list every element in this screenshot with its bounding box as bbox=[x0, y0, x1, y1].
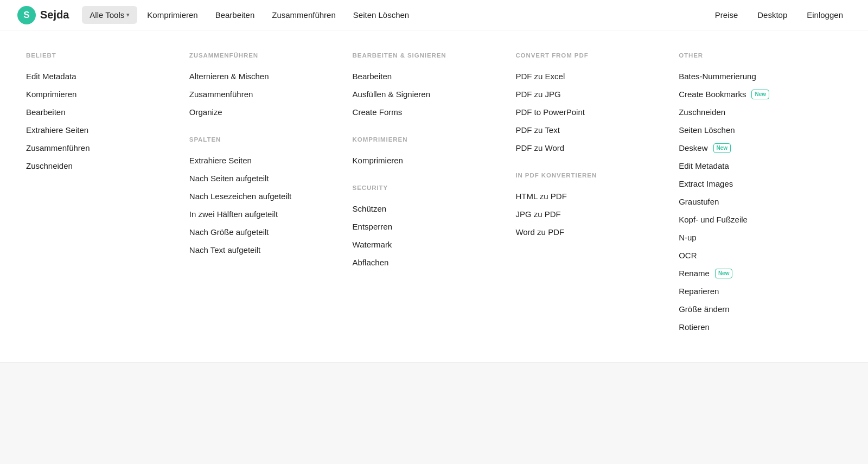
col-bearbeiten-komprimieren-security: BEARBEITEN & SIGNIEREN Bearbeiten Ausfül… bbox=[353, 52, 516, 336]
col-komprimieren-header: KOMPRIMIEREN bbox=[353, 136, 505, 143]
link-pdf-jpg[interactable]: PDF zu JPG bbox=[515, 85, 668, 103]
logo[interactable]: S Sejda bbox=[17, 6, 69, 24]
link-html-pdf[interactable]: HTML zu PDF bbox=[515, 187, 668, 205]
nav-bearbeiten[interactable]: Bearbeiten bbox=[208, 6, 263, 24]
link-zwei-haelften[interactable]: In zwei Hälften aufgeteilt bbox=[189, 205, 342, 223]
chevron-down-icon: ▾ bbox=[126, 11, 130, 18]
link-bearbeiten[interactable]: Bearbeiten bbox=[26, 103, 178, 121]
link-seiten-loeschen[interactable]: Seiten Löschen bbox=[679, 121, 831, 139]
col-in-pdf-items: HTML zu PDF JPG zu PDF Word zu PDF bbox=[515, 187, 668, 241]
col-convert-from-items: PDF zu Excel PDF zu JPG PDF to PowerPoin… bbox=[515, 67, 668, 157]
link-pdf-excel[interactable]: PDF zu Excel bbox=[515, 67, 668, 85]
dropdown-panel: BELIEBT Edit Metadata Komprimieren Bearb… bbox=[0, 30, 868, 363]
col-convert: CONVERT FROM PDF PDF zu Excel PDF zu JPG… bbox=[515, 52, 679, 336]
col-in-pdf-header: IN PDF KONVERTIEREN bbox=[515, 172, 668, 179]
nav-desktop[interactable]: Desktop bbox=[750, 6, 795, 24]
link-entsperren[interactable]: Entsperren bbox=[353, 218, 505, 236]
col-zusammenfuehren-header: ZUSAMMENFÜHREN bbox=[189, 52, 342, 59]
link-extrahiere-seiten[interactable]: Extrahiere Seiten bbox=[26, 121, 178, 139]
link-zusammenfuehren[interactable]: Zusammenführen bbox=[26, 139, 178, 157]
nav-zusammenfuehren[interactable]: Zusammenführen bbox=[264, 6, 343, 24]
link-word-pdf[interactable]: Word zu PDF bbox=[515, 223, 668, 241]
link-create-forms[interactable]: Create Forms bbox=[353, 103, 505, 121]
link-bates[interactable]: Bates-Nummerierung bbox=[679, 67, 831, 85]
link-rename[interactable]: Rename New bbox=[679, 264, 831, 282]
section-convert-from-pdf: CONVERT FROM PDF PDF zu Excel PDF zu JPG… bbox=[515, 52, 668, 157]
badge-new-rename: New bbox=[715, 269, 733, 278]
link-pdf-text[interactable]: PDF zu Text bbox=[515, 121, 668, 139]
link-nup[interactable]: N-up bbox=[679, 228, 831, 246]
link-ausfuellen[interactable]: Ausfüllen & Signieren bbox=[353, 85, 505, 103]
link-komprimieren2[interactable]: Komprimieren bbox=[353, 151, 505, 169]
link-extrahiere-seiten2[interactable]: Extrahiere Seiten bbox=[189, 151, 342, 169]
badge-new-deskew: New bbox=[713, 143, 731, 153]
link-nach-lesezeichen[interactable]: Nach Lesezeichen aufgeteilt bbox=[189, 187, 342, 205]
link-extract-images[interactable]: Extract Images bbox=[679, 175, 831, 193]
col-beliebt-items: Edit Metadata Komprimieren Bearbeiten Ex… bbox=[26, 67, 178, 175]
link-schuetzen[interactable]: Schützen bbox=[353, 200, 505, 218]
col-other-items: Bates-Nummerierung Create Bookmarks New … bbox=[679, 67, 831, 336]
logo-icon: S bbox=[17, 6, 36, 24]
link-rotieren[interactable]: Rotieren bbox=[679, 318, 831, 336]
link-alternieren[interactable]: Alternieren & Mischen bbox=[189, 67, 342, 85]
link-pdf-powerpoint[interactable]: PDF to PowerPoint bbox=[515, 103, 668, 121]
link-zuschneiden2[interactable]: Zuschneiden bbox=[679, 103, 831, 121]
col-beliebt: BELIEBT Edit Metadata Komprimieren Bearb… bbox=[26, 52, 189, 336]
link-nach-groesse[interactable]: Nach Größe aufgeteilt bbox=[189, 223, 342, 241]
link-watermark[interactable]: Watermark bbox=[353, 236, 505, 253]
col-spalten-header: SPALTEN bbox=[189, 136, 342, 143]
link-zusammenfuehren2[interactable]: Zusammenführen bbox=[189, 85, 342, 103]
col-security-items: Schützen Entsperren Watermark Abflachen bbox=[353, 200, 505, 271]
nav-preise[interactable]: Preise bbox=[707, 6, 746, 24]
nav-links: Alle Tools ▾ Komprimieren Bearbeiten Zus… bbox=[82, 6, 707, 24]
col-zusammenfuehren-spalten: ZUSAMMENFÜHREN Alternieren & Mischen Zus… bbox=[189, 52, 353, 336]
link-create-bookmarks[interactable]: Create Bookmarks New bbox=[679, 85, 831, 103]
link-edit-metadata[interactable]: Edit Metadata bbox=[26, 67, 178, 85]
link-pdf-word[interactable]: PDF zu Word bbox=[515, 139, 668, 157]
nav-einloggen[interactable]: Einloggen bbox=[799, 6, 851, 24]
col-komprimieren-items: Komprimieren bbox=[353, 151, 505, 169]
link-organize[interactable]: Organize bbox=[189, 103, 342, 121]
section-komprimieren: KOMPRIMIEREN Komprimieren bbox=[353, 136, 505, 169]
link-kopf-fusszeile[interactable]: Kopf- und Fußzeile bbox=[679, 211, 831, 228]
link-graustufen[interactable]: Graustufen bbox=[679, 193, 831, 211]
link-deskew[interactable]: Deskew New bbox=[679, 139, 831, 157]
nav-komprimieren[interactable]: Komprimieren bbox=[139, 6, 205, 24]
nav-seiten-loeschen[interactable]: Seiten Löschen bbox=[346, 6, 417, 24]
link-edit-metadata2[interactable]: Edit Metadata bbox=[679, 157, 831, 175]
col-bearbeiten-header: BEARBEITEN & SIGNIEREN bbox=[353, 52, 505, 59]
link-nach-text[interactable]: Nach Text aufgeteilt bbox=[189, 241, 342, 259]
link-abflachen[interactable]: Abflachen bbox=[353, 253, 505, 271]
badge-new-bookmarks: New bbox=[751, 90, 769, 99]
link-reparieren[interactable]: Reparieren bbox=[679, 282, 831, 300]
section-security: SECURITY Schützen Entsperren Watermark A… bbox=[353, 185, 505, 271]
col-security-header: SECURITY bbox=[353, 185, 505, 191]
link-nach-seiten[interactable]: Nach Seiten aufgeteilt bbox=[189, 169, 342, 187]
section-in-pdf: IN PDF KONVERTIEREN HTML zu PDF JPG zu P… bbox=[515, 172, 668, 241]
col-other: OTHER Bates-Nummerierung Create Bookmark… bbox=[679, 52, 842, 336]
link-komprimieren[interactable]: Komprimieren bbox=[26, 85, 178, 103]
col-convert-from-header: CONVERT FROM PDF bbox=[515, 52, 668, 59]
col-zusammenfuehren-items: Alternieren & Mischen Zusammenführen Org… bbox=[189, 67, 342, 121]
section-bearbeiten-signieren: BEARBEITEN & SIGNIEREN Bearbeiten Ausfül… bbox=[353, 52, 505, 121]
navbar: S Sejda Alle Tools ▾ Komprimieren Bearbe… bbox=[0, 0, 868, 30]
nav-alle-tools[interactable]: Alle Tools ▾ bbox=[82, 6, 137, 24]
logo-text: Sejda bbox=[40, 9, 69, 21]
col-beliebt-header: BELIEBT bbox=[26, 52, 178, 59]
col-other-header: OTHER bbox=[679, 52, 831, 59]
section-spalten: SPALTEN Extrahiere Seiten Nach Seiten au… bbox=[189, 136, 342, 259]
col-bearbeiten-items: Bearbeiten Ausfüllen & Signieren Create … bbox=[353, 67, 505, 121]
link-bearbeiten2[interactable]: Bearbeiten bbox=[353, 67, 505, 85]
nav-right: Preise Desktop Einloggen bbox=[707, 6, 851, 24]
link-ocr[interactable]: OCR bbox=[679, 246, 831, 264]
col-spalten-items: Extrahiere Seiten Nach Seiten aufgeteilt… bbox=[189, 151, 342, 259]
link-groesse-aendern[interactable]: Größe ändern bbox=[679, 300, 831, 318]
section-zusammenfuehren: ZUSAMMENFÜHREN Alternieren & Mischen Zus… bbox=[189, 52, 342, 121]
link-jpg-pdf[interactable]: JPG zu PDF bbox=[515, 205, 668, 223]
link-zuschneiden[interactable]: Zuschneiden bbox=[26, 157, 178, 175]
